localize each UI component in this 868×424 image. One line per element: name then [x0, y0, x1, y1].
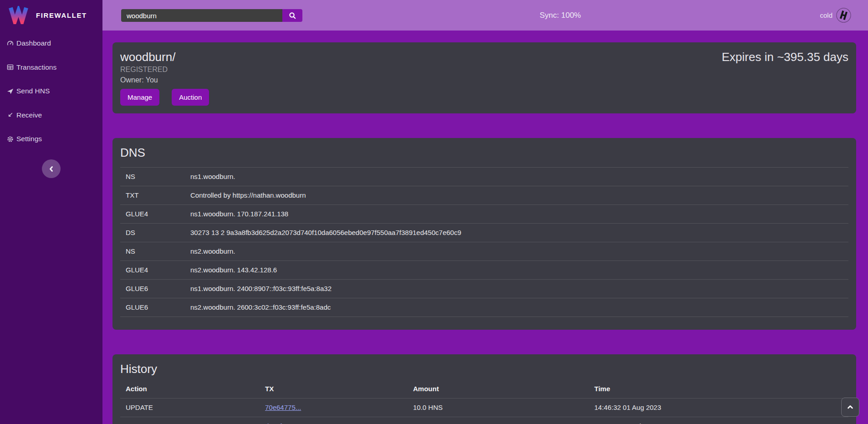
transactions-icon	[7, 64, 14, 71]
sidebar-item-send-hns[interactable]: Send HNS	[0, 79, 102, 103]
sidebar-item-dashboard[interactable]: Dashboard	[0, 31, 102, 56]
dns-title: DNS	[120, 146, 848, 160]
dns-record-type: GLUE6	[120, 280, 185, 298]
auction-button[interactable]: Auction	[172, 89, 209, 106]
domain-owner: Owner: You	[120, 76, 209, 84]
chevron-up-icon	[847, 404, 853, 410]
wallet-mode-label: cold	[820, 11, 832, 19]
sidebar-item-label: Settings	[16, 135, 42, 143]
dns-record-row: DS 30273 13 2 9a3a8fb3d625d2a2073d740f10…	[120, 224, 848, 242]
sidebar-nav: Dashboard Transactions Send HNS	[0, 31, 102, 151]
brand: FIREWALLET	[0, 0, 102, 24]
dns-record-value: ns2.woodburn. 2600:3c02::f03c:93ff:fe5a:…	[185, 298, 848, 317]
domain-status: REGISTERED	[120, 65, 209, 74]
history-col-tx: TX	[260, 380, 408, 398]
history-table: Action TX Amount Time UPDATE 70e64775...…	[120, 380, 848, 424]
history-time: 14:46:32 01 Aug 2023	[589, 398, 848, 417]
history-card: History Action TX Amount Time UPDATE 70e…	[112, 354, 856, 424]
dns-card: DNS NS ns1.woodburn. TXT Controlled by h…	[112, 138, 856, 330]
history-col-action: Action	[120, 380, 260, 398]
dns-record-type: GLUE4	[120, 205, 185, 224]
dns-record-type: NS	[120, 242, 185, 261]
sidebar-item-label: Dashboard	[16, 39, 51, 47]
firewallet-logo-icon	[8, 6, 29, 24]
dns-record-row: GLUE4 ns2.woodburn. 143.42.128.6	[120, 261, 848, 280]
domain-card: woodburn/ REGISTERED Owner: You Manage A…	[112, 42, 856, 113]
dns-record-value: Controlled by https://nathan.woodburn	[185, 186, 848, 205]
dns-record-row: NS ns1.woodburn.	[120, 168, 848, 186]
domain-name: woodburn/	[120, 50, 209, 64]
history-action: UPDATE	[120, 398, 260, 417]
sidebar-item-label: Send HNS	[16, 87, 50, 95]
dns-record-value: ns1.woodburn.	[185, 168, 848, 186]
sidebar-item-receive[interactable]: Receive	[0, 103, 102, 128]
gear-icon	[7, 135, 14, 143]
wallet-indicator: cold	[820, 0, 851, 31]
chevron-left-icon	[48, 165, 55, 173]
dns-record-value: 30273 13 2 9a3a8fb3d625d2a2073d740f10da6…	[185, 224, 848, 242]
dns-record-type: TXT	[120, 186, 185, 205]
history-title: History	[120, 362, 848, 376]
main-content: woodburn/ REGISTERED Owner: You Manage A…	[102, 31, 868, 424]
dns-record-row: TXT Controlled by https://nathan.woodbur…	[120, 186, 848, 205]
search-input[interactable]	[121, 9, 282, 22]
dns-table: NS ns1.woodburn. TXT Controlled by https…	[120, 167, 848, 317]
dns-record-value: ns1.woodburn. 2400:8907::f03c:93ff:fe5a:…	[185, 280, 848, 298]
domain-expires: Expires in ~395.35 days	[722, 50, 848, 64]
search-icon	[289, 12, 296, 20]
history-action: REVEAL	[120, 417, 260, 424]
dns-record-type: DS	[120, 224, 185, 242]
topbar: Sync: 100% cold	[102, 0, 868, 31]
sidebar-collapse-button[interactable]	[42, 159, 61, 178]
history-col-time: Time	[589, 380, 848, 398]
sidebar-item-label: Transactions	[16, 63, 56, 72]
history-time: 15:47:26 07 Jul 2023	[589, 417, 848, 424]
dns-record-type: NS	[120, 168, 185, 186]
search-form	[121, 9, 302, 22]
receive-icon	[7, 112, 14, 119]
sidebar: FIREWALLET Dashboard Trans	[0, 0, 102, 424]
dns-record-row: GLUE4 ns1.woodburn. 170.187.241.138	[120, 205, 848, 224]
dns-record-type: GLUE6	[120, 298, 185, 317]
brand-name: FIREWALLET	[36, 11, 87, 19]
manage-button[interactable]: Manage	[120, 89, 159, 106]
history-row: UPDATE 70e64775... 10.0 HNS 14:46:32 01 …	[120, 398, 848, 417]
send-icon	[7, 87, 14, 95]
sidebar-item-label: Receive	[16, 111, 42, 119]
tx-link[interactable]: d73cfe2...	[265, 422, 295, 424]
history-row: REVEAL d73cfe2... 10.0 HNS 15:47:26 07 J…	[120, 417, 848, 424]
dns-record-row: GLUE6 ns2.woodburn. 2600:3c02::f03c:93ff…	[120, 298, 848, 317]
sidebar-item-transactions[interactable]: Transactions	[0, 56, 102, 80]
tx-link[interactable]: 70e64775...	[265, 404, 301, 411]
dns-record-type: GLUE4	[120, 261, 185, 280]
sidebar-item-settings[interactable]: Settings	[0, 127, 102, 151]
history-amount: 10.0 HNS	[408, 398, 589, 417]
dns-record-value: ns2.woodburn.	[185, 242, 848, 261]
handshake-logo-icon	[836, 8, 851, 23]
history-amount: 10.0 HNS	[408, 417, 589, 424]
sync-status: Sync: 100%	[540, 0, 581, 31]
dashboard-icon	[7, 40, 14, 47]
history-col-amount: Amount	[408, 380, 589, 398]
scroll-to-top-button[interactable]	[841, 398, 859, 417]
dns-record-row: NS ns2.woodburn.	[120, 242, 848, 261]
dns-record-row: GLUE6 ns1.woodburn. 2400:8907::f03c:93ff…	[120, 280, 848, 298]
dns-record-value: ns2.woodburn. 143.42.128.6	[185, 261, 848, 280]
search-button[interactable]	[282, 9, 302, 22]
dns-record-value: ns1.woodburn. 170.187.241.138	[185, 205, 848, 224]
